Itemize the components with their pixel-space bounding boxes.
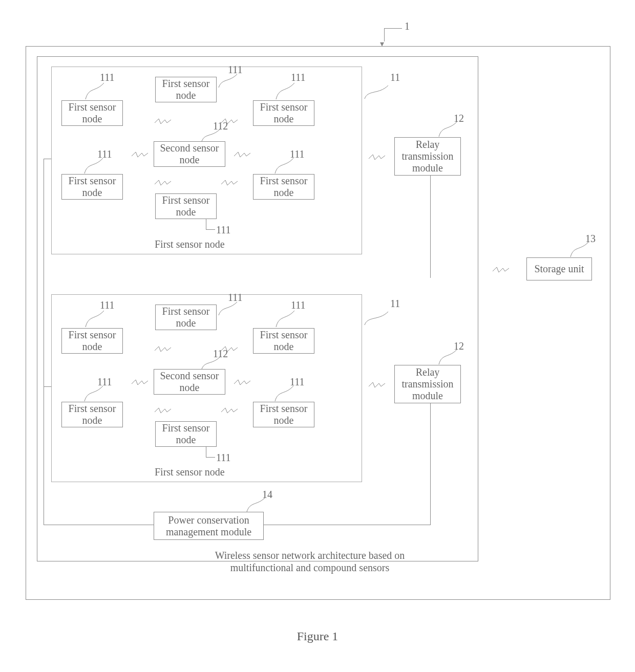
first-sensor-node: First sensornode [61,402,123,427]
wireless-icon [233,151,251,158]
leader-line [384,28,385,41]
leader-curve [275,310,295,328]
ref-first-sensor: 111 [216,224,231,236]
wireless-icon [131,379,149,386]
ref-cluster: 11 [390,298,400,310]
wireless-icon [368,154,386,161]
first-sensor-node: First sensornode [155,421,217,447]
first-sensor-node: First sensornode [253,100,314,126]
system-caption-line2: multifunctional and compound sensors [169,562,451,574]
wireless-icon [154,118,172,125]
ref-first-sensor: 111 [228,64,243,76]
first-sensor-node: First sensornode [61,174,123,200]
leader-curve [84,82,105,100]
ref-first-sensor: 111 [290,148,305,160]
wireless-icon [220,407,239,414]
connector [44,159,44,525]
system-caption-line1: Wireless sensor network architecture bas… [169,550,451,561]
power-module: Power conservationmanagement module [154,512,264,540]
ref-first-sensor: 111 [97,148,112,160]
leader-line [206,447,206,457]
ref-first-sensor: 111 [291,299,306,311]
connector [44,159,51,159]
first-sensor-node: First sensornode [253,328,314,354]
cluster-caption: First sensor node [155,466,225,478]
leader-line [206,457,215,458]
leader-line [206,229,215,230]
ref-first-sensor: 111 [216,452,231,464]
first-sensor-node: First sensornode [61,100,123,126]
ref-relay: 12 [454,340,464,352]
ref-power: 14 [262,489,272,501]
ref-system: 1 [405,20,410,32]
leader-curve [364,311,389,326]
wireless-icon [220,179,239,186]
ref-first-sensor: 111 [291,72,306,83]
diagram-canvas: ▾ 1 11 First sensornode 111 First sensor… [0,0,635,672]
wireless-icon [233,379,251,386]
wireless-icon [131,151,149,158]
first-sensor-node: First sensornode [155,77,217,102]
connector [430,176,431,278]
leader-curve [364,84,389,100]
wireless-icon [220,345,239,353]
ref-first-sensor: 111 [228,292,243,304]
first-sensor-node: First sensornode [253,174,314,200]
second-sensor-node: Second sensornode [154,369,225,395]
figure-caption: Figure 1 [0,630,635,643]
first-sensor-node: First sensornode [61,328,123,354]
ref-storage: 13 [585,233,596,245]
leader-curve [84,310,105,328]
relay-module: Relaytransmissionmodule [394,137,461,176]
cluster-caption: First sensor node [155,239,225,250]
wireless-icon [154,179,172,186]
connector [44,525,154,525]
ref-first-sensor: 111 [100,72,115,83]
wireless-icon [368,381,386,388]
ref-first-sensor: 111 [290,376,305,388]
relay-module: Relaytransmissionmodule [394,365,461,403]
connector [264,525,430,525]
leader-line [206,219,206,229]
wireless-icon [492,266,510,273]
ref-relay: 12 [454,113,464,124]
first-sensor-node: First sensornode [253,402,314,427]
connector [430,403,431,525]
first-sensor-node: First sensornode [155,193,217,219]
ref-first-sensor: 111 [100,299,115,311]
wireless-icon [220,118,239,125]
second-sensor-node: Second sensornode [154,141,225,167]
leader-curve [275,82,295,100]
storage-unit: Storage unit [526,257,592,280]
wireless-icon [154,407,172,414]
wireless-icon [154,345,172,353]
connector [44,386,51,387]
leader-line [384,28,402,29]
ref-first-sensor: 111 [97,376,112,388]
ref-cluster: 11 [390,72,400,83]
first-sensor-node: First sensornode [155,305,217,330]
